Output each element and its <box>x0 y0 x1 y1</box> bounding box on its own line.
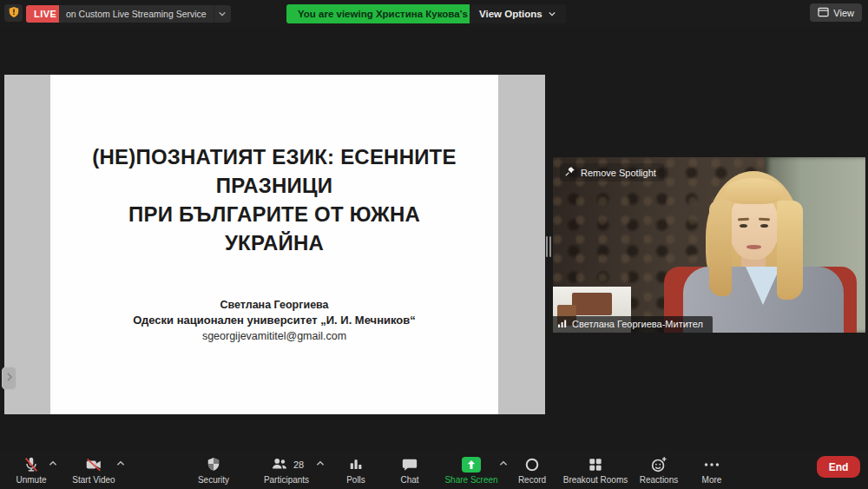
grid-view-icon <box>818 7 829 19</box>
more-icon <box>702 455 721 474</box>
polls-icon <box>347 455 365 474</box>
share-screen-icon <box>461 455 482 474</box>
video-background-object <box>572 293 613 315</box>
share-screen-label: Share Screen <box>444 475 497 485</box>
encryption-shield-button[interactable] <box>4 4 23 22</box>
participants-icon <box>269 455 290 474</box>
breakout-rooms-label: Breakout Rooms <box>563 475 628 485</box>
unmute-label: Unmute <box>16 475 46 485</box>
record-button[interactable]: Record <box>510 450 555 489</box>
breakout-rooms-icon <box>587 455 604 474</box>
slide-title-line: (НЕ)ПОЗНАТИЯТ ЕЗИК: ЕСЕННИТЕ <box>50 142 498 171</box>
start-video-button[interactable]: Start Video <box>61 450 127 489</box>
caret-down-icon <box>548 9 556 19</box>
chat-icon <box>401 455 418 474</box>
person-lips <box>746 245 761 249</box>
more-label: More <box>702 475 722 485</box>
panel-resize-handle[interactable] <box>546 236 551 257</box>
person-hair-strand <box>777 201 803 300</box>
slide-email: sgeorgijevamititel@gmail.com <box>50 328 498 344</box>
slide-author: Светлана Георгиева <box>50 297 498 313</box>
shield-icon <box>205 455 222 474</box>
security-label: Security <box>198 475 229 485</box>
share-screen-button[interactable]: Share Screen <box>433 450 510 489</box>
person-hair-fringe <box>725 178 783 204</box>
record-label: Record <box>518 475 546 485</box>
streaming-service-dropdown[interactable]: on Custom Live Streaming Service <box>59 5 231 23</box>
reactions-label: Reactions <box>640 475 678 485</box>
chevron-right-icon <box>6 372 13 385</box>
mic-muted-icon <box>22 455 41 474</box>
chevron-up-icon[interactable] <box>315 459 326 467</box>
chat-button[interactable]: Chat <box>389 450 431 489</box>
participants-count: 28 <box>293 459 304 470</box>
slide-title-line: ПРАЗНИЦИ <box>50 171 498 200</box>
chat-label: Chat <box>400 475 418 485</box>
meeting-toolbar: Unmute Start Video Security 28 <box>0 450 868 489</box>
polls-label: Polls <box>346 475 365 485</box>
participants-label: Participants <box>264 475 309 485</box>
person-eye <box>760 224 768 228</box>
reactions-button[interactable]: Reactions <box>634 450 684 489</box>
remove-spotlight-label: Remove Spotlight <box>581 168 656 178</box>
start-video-label: Start Video <box>72 475 115 485</box>
audio-level-icon <box>557 318 568 330</box>
presentation-slide: (НЕ)ПОЗНАТИЯТ ЕЗИК: ЕСЕННИТЕ ПРАЗНИЦИ ПР… <box>50 75 498 414</box>
top-bar: LIVE on Custom Live Streaming Service Yo… <box>0 0 868 26</box>
participant-video-tile[interactable]: Remove Spotlight Светлана Георгиева-Мити… <box>553 157 865 333</box>
reactions-icon <box>649 455 668 474</box>
view-options-button[interactable]: View Options <box>470 4 566 23</box>
polls-button[interactable]: Polls <box>335 450 377 489</box>
pin-icon <box>564 166 575 179</box>
chevron-up-icon[interactable] <box>498 459 509 467</box>
shared-screen-viewport: (НЕ)ПОЗНАТИЯТ ЕЗИК: ЕСЕННИТЕ ПРАЗНИЦИ ПР… <box>4 75 545 414</box>
view-button-label: View <box>833 8 854 18</box>
end-meeting-button[interactable]: End <box>817 456 860 478</box>
slide-title-line: ПРИ БЪЛГАРИТЕ ОТ ЮЖНА <box>50 200 498 228</box>
view-options-label: View Options <box>479 9 542 19</box>
slide-affiliation: Одески национален университет „И. И. Меч… <box>50 313 498 328</box>
thumbnail-panel-expander-button[interactable] <box>2 367 16 390</box>
zoom-meeting-window: LIVE on Custom Live Streaming Service Yo… <box>0 0 868 489</box>
person-eye <box>740 224 747 228</box>
camera-muted-icon <box>83 455 104 474</box>
record-icon <box>523 455 541 474</box>
caret-down-icon <box>214 5 231 23</box>
security-button[interactable]: Security <box>184 450 243 489</box>
more-button[interactable]: More <box>691 450 733 489</box>
person-hair-strand <box>709 201 732 296</box>
warning-shield-icon <box>8 5 20 22</box>
participant-name-tag: Светлана Георгиева-Митител <box>553 316 713 333</box>
slide-author-block: Светлана Георгиева Одески национален уни… <box>50 297 498 344</box>
view-button[interactable]: View <box>810 3 862 22</box>
slide-title: (НЕ)ПОЗНАТИЯТ ЕЗИК: ЕСЕННИТЕ ПРАЗНИЦИ ПР… <box>50 142 498 257</box>
chevron-up-icon[interactable] <box>115 459 126 467</box>
participants-button[interactable]: 28 Participants <box>247 450 326 489</box>
chevron-up-icon[interactable] <box>48 459 58 467</box>
slide-title-line: УКРАЙНА <box>50 228 498 257</box>
streaming-service-label: on Custom Live Streaming Service <box>66 9 207 19</box>
breakout-rooms-button[interactable]: Breakout Rooms <box>556 450 635 489</box>
unmute-button[interactable]: Unmute <box>3 450 59 489</box>
remove-spotlight-button[interactable]: Remove Spotlight <box>560 163 664 182</box>
participant-name: Светлана Георгиева-Митител <box>572 319 703 329</box>
